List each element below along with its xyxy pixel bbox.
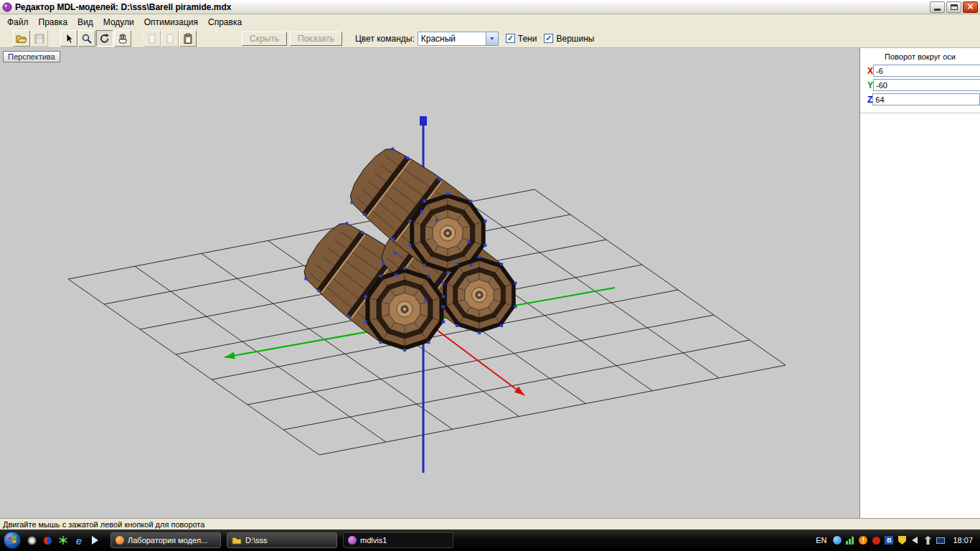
menu-item-help[interactable]: Справка bbox=[204, 16, 248, 29]
paste-icon bbox=[182, 33, 194, 44]
screen: Редактор MDL-моделей: D:\sss\Barell pira… bbox=[0, 0, 980, 551]
tray-icon-1[interactable] bbox=[832, 535, 842, 545]
show-button[interactable]: Показать bbox=[290, 32, 342, 46]
maximize-icon bbox=[951, 4, 958, 10]
paste-button[interactable] bbox=[179, 30, 197, 47]
menu-item-optimization[interactable]: Оптимизация bbox=[140, 16, 204, 29]
tray-icon-9[interactable] bbox=[936, 535, 946, 545]
pan-tool-button[interactable] bbox=[114, 30, 131, 47]
tray-icon-7[interactable] bbox=[910, 535, 920, 545]
language-indicator[interactable]: EN bbox=[816, 536, 826, 545]
shadows-checkbox[interactable] bbox=[506, 34, 515, 43]
rotation-panel-title: Поворот вокруг оси bbox=[860, 52, 980, 61]
mdlvis-app-icon bbox=[2, 2, 12, 12]
team-color-dropdown[interactable]: Красный bbox=[418, 32, 499, 46]
main-area: Перспектива Поворот вокруг оси X Y Z bbox=[0, 48, 980, 518]
tray-icon-3[interactable] bbox=[858, 535, 868, 545]
rotation-panel: Поворот вокруг оси X Y Z bbox=[859, 48, 980, 518]
toolbar: Скрыть Показать Цвет команды: Красный Те… bbox=[0, 29, 980, 48]
tray-icon-2[interactable] bbox=[845, 535, 855, 545]
axis-row-z: Z bbox=[867, 93, 974, 105]
status-bar: Двигайте мышь с зажатой левой кнопкой дл… bbox=[0, 518, 980, 529]
open-file-button[interactable] bbox=[13, 30, 30, 47]
start-button[interactable] bbox=[3, 531, 22, 550]
usb-icon bbox=[924, 536, 931, 545]
save-icon bbox=[34, 33, 45, 44]
menubar: Файл Правка Вид Модули Оптимизация Справ… bbox=[0, 14, 980, 29]
panel-separator bbox=[860, 113, 980, 113]
axis-x-input[interactable] bbox=[873, 65, 980, 77]
shadows-checkbox-group[interactable]: Тени bbox=[506, 34, 537, 44]
menu-item-edit[interactable]: Правка bbox=[34, 16, 74, 29]
menu-item-view[interactable]: Вид bbox=[73, 16, 99, 29]
close-button[interactable] bbox=[963, 1, 978, 13]
minimize-button[interactable] bbox=[930, 1, 945, 13]
pan-hand-icon bbox=[117, 33, 128, 44]
taskbar: Лаборатория модел... D:\sss mdlvis1 EN 1… bbox=[0, 529, 980, 551]
blank-page-icon bbox=[146, 33, 158, 44]
system-tray: EN 18:07 bbox=[816, 535, 977, 545]
zoom-icon bbox=[81, 33, 93, 44]
axis-y-input[interactable] bbox=[873, 79, 980, 91]
chevron-down-icon[interactable] bbox=[486, 32, 498, 45]
maximize-button[interactable] bbox=[946, 1, 961, 13]
messenger-icon bbox=[833, 536, 842, 545]
rotate-tool-button[interactable] bbox=[96, 30, 113, 47]
tray-icon-4[interactable] bbox=[871, 535, 881, 545]
vertices-checkbox[interactable] bbox=[544, 34, 553, 43]
shield-icon bbox=[898, 536, 906, 545]
task-label: Лаборатория модел... bbox=[128, 536, 207, 545]
chart-icon bbox=[846, 537, 854, 545]
open-icon bbox=[16, 33, 27, 44]
rotate-icon bbox=[99, 33, 110, 44]
warning-icon bbox=[859, 536, 867, 545]
quicklaunch-icon-3[interactable] bbox=[57, 534, 69, 546]
tray-icon-8[interactable] bbox=[923, 535, 933, 545]
vertices-label: Вершины bbox=[556, 34, 594, 44]
red-status-icon bbox=[872, 537, 880, 545]
menu-item-file[interactable]: Файл bbox=[3, 16, 34, 29]
team-color-label: Цвет команды: bbox=[355, 34, 415, 44]
axis-row-y: Y bbox=[867, 79, 974, 91]
axis-z-input[interactable] bbox=[872, 93, 980, 105]
axis-x-label: X bbox=[867, 66, 873, 76]
volume-icon bbox=[912, 537, 918, 544]
mdlvis-icon bbox=[348, 536, 357, 545]
scene-canvas bbox=[0, 48, 859, 518]
perspective-button[interactable]: Перспектива bbox=[3, 51, 60, 62]
viewport-3d[interactable]: Перспектива bbox=[0, 48, 859, 518]
menu-item-modules[interactable]: Модули bbox=[99, 16, 140, 29]
save-button[interactable] bbox=[31, 30, 48, 47]
network-icon bbox=[936, 537, 945, 544]
pinwheel-icon bbox=[43, 536, 52, 545]
blank-page-icon bbox=[164, 33, 176, 44]
axis-row-x: X bbox=[867, 65, 974, 77]
folder-icon bbox=[232, 536, 242, 545]
tool-button-disabled-1[interactable] bbox=[143, 30, 161, 47]
task-label: mdlvis1 bbox=[360, 536, 387, 545]
select-tool-button[interactable] bbox=[60, 30, 77, 47]
titlebar: Редактор MDL-моделей: D:\sss\Barell pira… bbox=[0, 0, 980, 14]
tool-button-disabled-2[interactable] bbox=[161, 30, 179, 47]
taskbar-task-mdlvis[interactable]: mdlvis1 bbox=[343, 532, 453, 548]
team-color-value: Красный bbox=[418, 34, 486, 44]
gear-icon bbox=[27, 536, 37, 545]
quicklaunch-icon-2[interactable] bbox=[42, 534, 53, 546]
taskbar-task-folder[interactable]: D:\sss bbox=[227, 532, 337, 548]
quicklaunch-icon-4[interactable] bbox=[73, 534, 85, 546]
window-controls bbox=[928, 1, 978, 13]
hide-button[interactable]: Скрыть bbox=[242, 32, 287, 46]
flower-icon bbox=[58, 535, 68, 545]
window-title: Редактор MDL-моделей: D:\sss\Barell pira… bbox=[15, 2, 928, 12]
taskbar-task-browser[interactable]: Лаборатория модел... bbox=[110, 532, 221, 548]
taskbar-clock[interactable]: 18:07 bbox=[953, 536, 973, 545]
tray-icon-6[interactable] bbox=[897, 535, 907, 545]
quicklaunch-icon-5[interactable] bbox=[89, 534, 100, 546]
tray-icon-5[interactable] bbox=[884, 535, 894, 545]
axis-z-label: Z bbox=[867, 95, 872, 105]
axis-y-label: Y bbox=[867, 80, 873, 90]
vertices-checkbox-group[interactable]: Вершины bbox=[544, 34, 594, 44]
zoom-tool-button[interactable] bbox=[78, 30, 95, 47]
quicklaunch-icon-1[interactable] bbox=[26, 534, 37, 546]
browser-icon bbox=[116, 536, 124, 545]
